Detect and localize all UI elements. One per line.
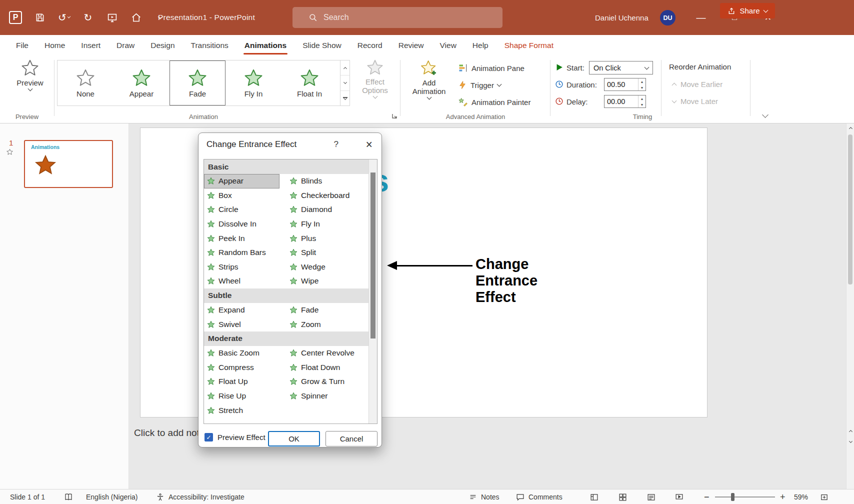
effect-item-appear[interactable]: Appear: [204, 174, 280, 188]
zoom-slider-thumb[interactable]: [731, 493, 734, 501]
tab-transitions[interactable]: Transitions: [183, 35, 236, 56]
trigger-dropdown-icon[interactable]: [497, 82, 502, 87]
effect-item-random-bars[interactable]: Random Bars: [204, 246, 286, 260]
comments-toggle[interactable]: Comments: [516, 490, 562, 504]
add-animation-button[interactable]: Add Animation: [405, 59, 453, 99]
effect-item-wipe[interactable]: Wipe: [286, 274, 368, 288]
duration-spinner[interactable]: 00.50 ▲▼: [604, 78, 646, 91]
effect-item-box[interactable]: Box: [204, 188, 286, 203]
gallery-item-fade[interactable]: Fade: [170, 60, 226, 106]
animation-indicator-icon[interactable]: [6, 148, 14, 156]
avatar[interactable]: DU: [660, 10, 676, 26]
preview-button[interactable]: Preview: [11, 59, 49, 90]
effect-item-zoom[interactable]: Zoom: [286, 317, 368, 332]
start-slideshow-icon[interactable]: [106, 12, 118, 24]
spellcheck-icon[interactable]: [64, 490, 73, 504]
tab-slide-show[interactable]: Slide Show: [294, 35, 350, 56]
notes-toggle[interactable]: Notes: [469, 490, 500, 504]
gallery-scroll-up-icon[interactable]: [340, 60, 350, 76]
effect-item-swivel[interactable]: Swivel: [204, 317, 286, 332]
fit-to-window-button[interactable]: [820, 490, 828, 504]
effect-item-spinner[interactable]: Spinner: [286, 389, 368, 404]
effect-item-split[interactable]: Split: [286, 246, 368, 260]
zoom-level[interactable]: 59%: [794, 490, 808, 504]
effect-item-fly-in[interactable]: Fly In: [286, 217, 368, 232]
tab-shape-format[interactable]: Shape Format: [496, 35, 562, 56]
add-animation-dropdown-icon[interactable]: [426, 95, 432, 100]
effect-item-wedge[interactable]: Wedge: [286, 260, 368, 274]
dialog-scrollbar-thumb[interactable]: [370, 172, 376, 338]
animation-dialog-launcher-icon[interactable]: [391, 112, 398, 120]
gallery-item-appear[interactable]: Appear: [114, 60, 170, 106]
zoom-in-button[interactable]: +: [780, 490, 786, 504]
effect-item-strips[interactable]: Strips: [204, 260, 286, 274]
slide-info[interactable]: Slide 1 of 1: [10, 490, 45, 504]
share-dropdown-icon[interactable]: [763, 8, 768, 12]
ok-button[interactable]: OK: [268, 431, 320, 446]
effect-item-expand[interactable]: Expand: [204, 303, 286, 318]
language-status[interactable]: English (Nigeria): [86, 490, 138, 504]
effect-item-circle[interactable]: Circle: [204, 202, 286, 217]
animation-pane-button[interactable]: Animation Pane: [458, 61, 524, 75]
home-icon[interactable]: [130, 12, 142, 24]
duration-up-icon[interactable]: ▲: [638, 78, 646, 84]
slide-sorter-view-button[interactable]: [618, 490, 627, 504]
minimize-button[interactable]: —: [687, 0, 715, 35]
effect-item-center-revolve[interactable]: Center Revolve: [286, 346, 368, 360]
effect-item-float-up[interactable]: Float Up: [204, 374, 286, 389]
animation-painter-button[interactable]: Animation Painter: [458, 95, 530, 109]
delay-up-icon[interactable]: ▲: [638, 96, 646, 102]
save-icon[interactable]: [34, 12, 46, 24]
tab-view[interactable]: View: [432, 35, 464, 56]
next-slide-icon[interactable]: [846, 438, 854, 446]
duration-down-icon[interactable]: ▼: [638, 84, 646, 90]
zoom-out-button[interactable]: −: [704, 490, 710, 504]
user-name[interactable]: Daniel Uchenna: [595, 0, 648, 35]
tab-review[interactable]: Review: [390, 35, 432, 56]
reading-view-button[interactable]: [647, 490, 656, 504]
dialog-help-button[interactable]: ?: [334, 133, 338, 156]
effect-item-rise-up[interactable]: Rise Up: [204, 389, 286, 404]
start-dropdown-chevron-icon[interactable]: [644, 64, 650, 70]
preview-effect-checkbox[interactable]: ✓ Preview Effect: [204, 433, 266, 442]
effect-item-float-down[interactable]: Float Down: [286, 360, 368, 375]
tab-record[interactable]: Record: [350, 35, 390, 56]
previous-slide-icon[interactable]: [846, 426, 854, 436]
scroll-up-icon[interactable]: [846, 124, 854, 132]
tab-design[interactable]: Design: [142, 35, 182, 56]
effect-item-fade[interactable]: Fade: [286, 303, 368, 318]
gallery-scroll-down-icon[interactable]: [340, 76, 350, 90]
delay-down-icon[interactable]: ▼: [638, 102, 646, 108]
effect-item-grow-turn[interactable]: Grow & Turn: [286, 374, 368, 389]
vertical-scrollbar[interactable]: [846, 124, 854, 489]
delay-spinner[interactable]: 00.00 ▲▼: [604, 95, 646, 108]
checkbox-checked-icon[interactable]: ✓: [204, 433, 213, 442]
cancel-button[interactable]: Cancel: [326, 431, 378, 446]
tab-home[interactable]: Home: [36, 35, 73, 56]
normal-view-button[interactable]: [590, 490, 598, 504]
gallery-item-fly-in[interactable]: Fly In: [226, 60, 282, 106]
redo-icon[interactable]: ↻: [82, 12, 94, 24]
undo-icon[interactable]: ↺: [58, 12, 70, 24]
gallery-item-none[interactable]: None: [58, 60, 114, 106]
tab-help[interactable]: Help: [464, 35, 496, 56]
effect-item-blinds[interactable]: Blinds: [286, 174, 368, 188]
effect-item-basic-zoom[interactable]: Basic Zoom: [204, 346, 286, 360]
gallery-item-float-in[interactable]: Float In: [282, 60, 338, 106]
effect-item-checkerboard[interactable]: Checkerboard: [286, 188, 368, 203]
dialog-scrollbar[interactable]: [368, 160, 377, 424]
effect-item-dissolve-in[interactable]: Dissolve In: [204, 217, 286, 232]
tab-insert[interactable]: Insert: [73, 35, 108, 56]
tab-animations[interactable]: Animations: [236, 35, 294, 56]
collapse-ribbon-icon[interactable]: [763, 110, 768, 118]
move-later-button[interactable]: Move Later: [672, 97, 718, 106]
zoom-slider-track[interactable]: [715, 496, 775, 498]
effect-item-peek-in[interactable]: Peek In: [204, 231, 286, 246]
preview-dropdown-icon[interactable]: [28, 86, 32, 92]
tab-draw[interactable]: Draw: [108, 35, 142, 56]
slideshow-view-button[interactable]: [675, 490, 684, 504]
effect-options-button[interactable]: Effect Options: [354, 59, 396, 98]
share-button[interactable]: Share: [720, 3, 775, 18]
move-earlier-button[interactable]: Move Earlier: [672, 80, 722, 88]
start-dropdown[interactable]: On Click: [589, 61, 653, 74]
